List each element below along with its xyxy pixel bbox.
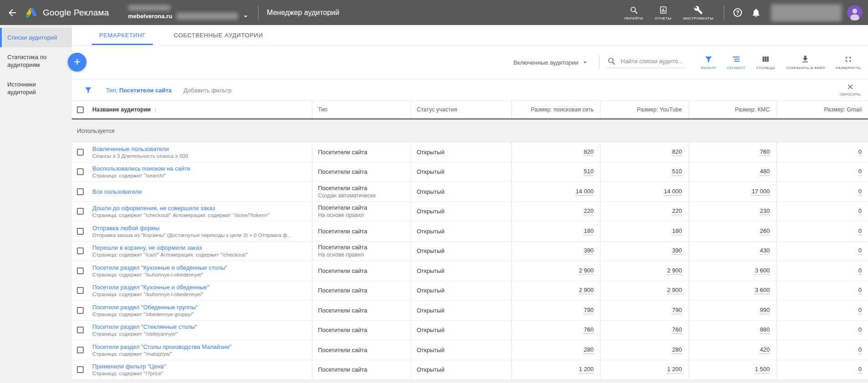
audience-description: Страница: содержит "/?price" — [92, 371, 312, 376]
size-kms-value: 430 — [760, 247, 770, 255]
row-checkbox[interactable] — [77, 287, 84, 294]
account-caret-down-icon[interactable] — [242, 12, 250, 20]
size-kms-value: 480 — [760, 168, 770, 176]
sort-ascending-icon: ↑ — [154, 106, 157, 113]
column-header-membership-status[interactable]: Статус участия — [411, 101, 511, 118]
audience-type: Посетители сайта — [318, 204, 411, 211]
page-title: Менеджер аудиторий — [267, 9, 339, 17]
audience-name-link[interactable]: Посетили раздел "Обеденные группы" — [92, 304, 312, 311]
audience-description: Страница: содержит "/kuhonnye-i-obedenny… — [92, 292, 312, 297]
columns-icon — [761, 55, 770, 64]
audience-description: Страница: содержит "/kuhonnye-i-obedenny… — [92, 272, 312, 277]
audience-name-link[interactable]: Посетили раздел "Стеклянные столы" — [92, 323, 312, 330]
account-selector[interactable]: mebelverona.ru — [128, 5, 250, 20]
audience-name-link[interactable]: Отправка любой формы — [92, 225, 312, 232]
size-kms-value: 420 — [760, 346, 770, 354]
reset-filters-button[interactable]: СБРОСИТЬ — [840, 83, 861, 96]
size-kms-value: 3 600 — [755, 267, 770, 275]
audience-description: Страница: содержит "/checkout/" Агломера… — [92, 212, 312, 218]
size-youtube-value: 510 — [672, 168, 682, 176]
column-header-audience-name[interactable]: Название аудитории↑ — [89, 101, 312, 118]
size-gmail-value: 0 — [858, 267, 862, 275]
segment-icon — [732, 55, 741, 64]
audience-description: Страница: содержит "/cart/" Агломерация:… — [92, 252, 312, 257]
audience-description: Страница: содержит "/steklyannye/" — [92, 331, 312, 337]
row-checkbox[interactable] — [77, 327, 84, 333]
size-gmail-value: 0 — [858, 188, 862, 196]
row-checkbox[interactable] — [77, 208, 84, 215]
table-row: Перешли в корзину, не оформили заказ Стр… — [72, 242, 868, 262]
expand-button[interactable]: РАЗВЕРНУТЬ — [836, 55, 861, 70]
segment-button[interactable]: СЕГМЕНТ — [727, 55, 745, 70]
row-checkbox[interactable] — [77, 149, 84, 156]
audience-type: Посетители сайта — [318, 168, 411, 175]
size-gmail-value: 0 — [858, 247, 862, 255]
sidebar-item-audience-sources[interactable]: Источники аудиторий — [0, 75, 72, 102]
sidebar-item-audience-lists[interactable]: Списки аудиторий — [0, 28, 72, 47]
size-youtube-value: 820 — [672, 148, 682, 156]
filter-bar: Тип: Посетители сайта Добавить фильтр СБ… — [72, 80, 868, 101]
active-filter-chip[interactable]: Тип: Посетители сайта — [106, 87, 172, 94]
redacted-user-info — [771, 4, 842, 21]
column-header-type[interactable]: Тип — [312, 101, 411, 118]
toolbar-divider — [599, 55, 600, 69]
column-header-size-kms[interactable]: Размер: КМС — [688, 101, 776, 118]
row-checkbox[interactable] — [77, 267, 84, 274]
select-all-checkbox[interactable] — [77, 106, 84, 113]
search-box — [607, 56, 685, 68]
columns-button[interactable]: СТОЛБЦЫ — [756, 55, 775, 70]
topnav-tools-button[interactable]: ИНСТРУМЕНТЫ — [683, 5, 713, 20]
size-search-value: 280 — [584, 346, 594, 354]
audience-type: Посетители сайта — [318, 185, 411, 192]
page-background — [72, 380, 868, 383]
audience-name-link[interactable]: Все пользователи — [92, 188, 312, 195]
sidebar-item-audience-stats[interactable]: Статистика по аудиториям — [0, 47, 72, 75]
tab-custom-audiences[interactable]: СОБСТВЕННЫЕ АУДИТОРИИ — [167, 25, 270, 45]
avatar[interactable] — [847, 5, 863, 20]
topnav-go-button[interactable]: ПЕРЕЙТИ — [625, 5, 643, 20]
row-checkbox[interactable] — [77, 307, 84, 314]
size-kms-value: 230 — [760, 207, 770, 215]
size-youtube-value: 760 — [672, 326, 682, 334]
audience-name-link[interactable]: Воспользовались поиском на сайте — [92, 165, 312, 172]
column-header-size-search[interactable]: Размер: поисковая сеть — [511, 101, 600, 118]
table-row: Посетили раздел "Столы производства Мала… — [72, 340, 868, 360]
account-domain: mebelverona.ru — [128, 13, 172, 20]
topnav-reports-button[interactable]: ОТЧЕТЫ — [655, 5, 671, 20]
brand-name: Google Реклама — [43, 8, 109, 18]
back-button[interactable] — [6, 7, 18, 19]
column-header-size-youtube[interactable]: Размер: YouTube — [600, 101, 688, 118]
audience-name-link[interactable]: Дошли до оформления, не совершили заказ — [92, 205, 312, 212]
search-input[interactable] — [621, 58, 685, 65]
redacted-account-name — [128, 5, 170, 10]
size-youtube-value: 2 900 — [667, 267, 682, 275]
add-filter-button[interactable]: Добавить фильтр — [183, 87, 232, 94]
audience-name-link[interactable]: Посетили раздел "Кухонные и обеденные" — [92, 284, 312, 291]
help-icon[interactable]: ? — [733, 8, 742, 17]
sidebar: Списки аудиторийСтатистика по аудиториям… — [0, 25, 72, 383]
audience-name-link[interactable]: Применили фильтр "Цена" — [92, 363, 312, 370]
audience-name-link[interactable]: Посетили раздел "Столы производства Мала… — [92, 343, 312, 350]
tab-remarketing[interactable]: РЕМАРКЕТИНГ — [92, 25, 153, 45]
size-search-value: 14 000 — [575, 188, 594, 196]
column-header-size-gmail[interactable]: Размер: Gmail — [776, 101, 868, 118]
row-checkbox[interactable] — [77, 366, 84, 373]
membership-status: Открытый — [417, 188, 511, 195]
audience-name-link[interactable]: Перешли в корзину, не оформили заказ — [92, 244, 312, 251]
row-checkbox[interactable] — [77, 247, 84, 254]
row-checkbox[interactable] — [77, 228, 84, 235]
row-checkbox[interactable] — [77, 188, 84, 195]
row-checkbox[interactable] — [77, 347, 84, 353]
audience-state-dropdown[interactable]: Включенные аудитории — [513, 58, 589, 66]
topbar-nav: ПЕРЕЙТИ ОТЧЕТЫ ИНСТРУМЕНТЫ — [619, 5, 719, 20]
filter-button[interactable]: ФИЛЬТР — [701, 55, 716, 70]
notifications-bell-icon[interactable] — [751, 8, 761, 18]
filter-funnel-icon — [84, 86, 92, 94]
audience-name-link[interactable]: Вовлеченные пользователи — [92, 146, 312, 152]
add-audience-button[interactable]: + — [68, 53, 86, 71]
audience-description: Отправка заказа из "Корзины" (Достигнуты… — [92, 232, 312, 238]
save-file-button[interactable]: СОХРАНИТЬ В ФАЙЛ — [786, 55, 825, 70]
audience-name-link[interactable]: Посетили раздел "Кухонные и обеденные ст… — [92, 264, 312, 271]
size-kms-value: 3 600 — [755, 287, 770, 294]
row-checkbox[interactable] — [77, 168, 84, 175]
